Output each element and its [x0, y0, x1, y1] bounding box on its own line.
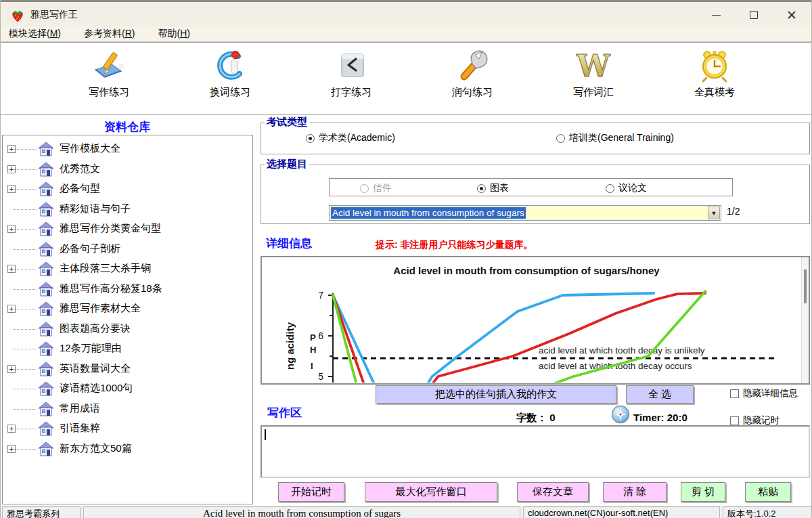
- bottom-button-5[interactable]: 粘贴: [745, 482, 791, 502]
- radio-icon: [306, 134, 315, 143]
- house-icon: [38, 301, 54, 317]
- house-icon: [38, 361, 54, 377]
- tree-connector: [13, 349, 37, 349]
- topic-category-2[interactable]: 议论文: [606, 182, 647, 194]
- word-count: 字数： 0: [516, 412, 556, 425]
- essay-textarea[interactable]: [261, 425, 810, 478]
- keyboard-key-icon: [334, 48, 369, 83]
- toolbar-item-writing-vocab[interactable]: W 写作词汇: [543, 47, 644, 114]
- topic-category-0[interactable]: 信件: [360, 182, 392, 194]
- topic-group-label: 选择题目: [265, 158, 309, 171]
- topic-category-1[interactable]: 图表: [477, 182, 509, 194]
- select-all-button[interactable]: 全 选: [626, 385, 694, 404]
- tree-item-label: 写作模板大全: [60, 142, 120, 155]
- toolbar-item-mock-exam[interactable]: 全真模考: [664, 47, 765, 114]
- tree-item[interactable]: 精彩短语与句子: [3, 199, 252, 219]
- tree-connector: [13, 389, 37, 389]
- radio-label: 信件: [373, 182, 392, 194]
- close-button[interactable]: ✕: [776, 5, 807, 25]
- menu-item-r[interactable]: 参考资料(R): [81, 26, 137, 41]
- bottom-button-0[interactable]: 开始记时: [278, 482, 344, 502]
- radio-icon: [477, 184, 486, 193]
- house-icon: [38, 201, 54, 217]
- toolbar-label: 打字练习: [300, 86, 402, 99]
- radio-label: 学术类(Academic): [319, 132, 395, 144]
- tree-item-label: 图表题高分要诀: [60, 322, 131, 335]
- tree-item[interactable]: 优秀范文: [3, 159, 252, 179]
- status-website: cloudcrown.net(CN)our-soft.net(EN): [523, 506, 720, 518]
- tree-item-label: 精彩短语与句子: [60, 202, 131, 215]
- house-icon: [38, 420, 54, 437]
- ytick-6: 6: [318, 330, 323, 341]
- tree-item[interactable]: 雅思写作素材大全: [3, 299, 252, 319]
- tree-item[interactable]: 引语集粹: [3, 418, 252, 439]
- tree-item[interactable]: 12条万能理由: [3, 339, 252, 359]
- toolbar-item-sentence-polish[interactable]: 润句练习: [422, 47, 523, 114]
- toolbar-item-word-swap[interactable]: 换词练习: [179, 47, 281, 114]
- status-version: 版本号:1.0.2: [723, 506, 811, 518]
- topic-dropdown[interactable]: Acid level in mouth from consumption of …: [329, 205, 721, 221]
- tree-item[interactable]: 谚语精选1000句: [3, 379, 252, 399]
- app-strawberry-icon: [10, 8, 25, 23]
- main-content: 考试类型 学术类(Academic)培训类(General Training) …: [261, 115, 812, 506]
- bottom-button-2[interactable]: 保存文章: [517, 482, 589, 502]
- minimize-button[interactable]: [700, 5, 731, 25]
- radio-icon: [556, 134, 565, 143]
- tree-item[interactable]: 写作模板大全: [3, 139, 252, 159]
- annotation-unlikely: acid level at which tooth decay is unlik…: [539, 345, 705, 355]
- hide-detail-checkbox[interactable]: 隐藏详细信息: [730, 387, 798, 400]
- timer-compass-icon: [611, 405, 630, 424]
- toolbar: 写作练习 换词练习 打字练习 润句练习: [1, 42, 812, 115]
- bottom-button-1[interactable]: 最大化写作窗口: [365, 482, 497, 502]
- tree-item[interactable]: 主体段落三大杀手锏: [3, 259, 252, 279]
- tree-item[interactable]: 雅思写作分类黄金句型: [3, 219, 252, 239]
- radio-icon: [606, 184, 614, 193]
- window-title: 雅思写作王: [30, 9, 78, 21]
- toolbar-label: 写作词汇: [543, 86, 644, 99]
- tree-item-label: 雅思写作高分秘笈18条: [60, 282, 162, 295]
- text-caret: [265, 429, 266, 440]
- resource-tree: 写作模板大全优秀范文必备句型精彩短语与句子雅思写作分类黄金句型必备句子剖析主体段…: [2, 135, 253, 504]
- topic-dropdown-value: Acid level in mouth from consumption of …: [331, 207, 526, 219]
- tree-item[interactable]: 新东方范文50篇: [3, 439, 252, 459]
- tree-item-label: 引语集粹: [60, 422, 100, 435]
- radio-icon: [360, 184, 369, 193]
- tree-item[interactable]: 必备句子剖析: [3, 239, 252, 259]
- tree-connector: [13, 309, 37, 309]
- bottom-button-3[interactable]: 清 除: [603, 482, 667, 502]
- tree-connector: [13, 249, 37, 250]
- tree-item-label: 雅思写作分类黄金句型: [60, 222, 161, 235]
- menu-item-m[interactable]: 模块选择(M): [6, 26, 64, 41]
- chart-title: Acid level in mouth from consumption of …: [393, 265, 660, 276]
- tree-item[interactable]: 常用成语: [3, 399, 252, 419]
- menu-item-h[interactable]: 帮助(H): [155, 26, 192, 41]
- tree-item[interactable]: 英语数量词大全: [3, 359, 252, 379]
- house-icon: [38, 441, 54, 457]
- tree-connector: [13, 429, 37, 429]
- tree-item[interactable]: 雅思写作高分秘笈18条: [3, 279, 252, 299]
- house-icon: [38, 321, 54, 337]
- dropdown-arrow-button[interactable]: ▼: [708, 207, 720, 219]
- house-icon: [38, 281, 54, 297]
- ylabel-h: H: [310, 345, 316, 355]
- tree-item-label: 12条万能理由: [60, 342, 122, 355]
- alarm-clock-icon: [697, 48, 732, 83]
- radio-label: 培训类(General Training): [569, 132, 674, 144]
- ytick-7: 7: [318, 290, 323, 301]
- detail-scrollbar[interactable]: [801, 257, 809, 383]
- insert-sentence-button[interactable]: 把选中的佳句插入我的作文: [376, 385, 616, 404]
- tree-item-label: 主体段落三大杀手锏: [60, 262, 151, 275]
- tree-connector: [13, 449, 37, 450]
- scrollbar-thumb[interactable]: [804, 269, 807, 303]
- toolbar-item-typing-practice[interactable]: 打字练习: [300, 47, 402, 114]
- tree-connector: [13, 409, 37, 410]
- timer-text: Timer: 20:0: [633, 412, 687, 423]
- bottom-button-4[interactable]: 剪 切: [681, 482, 725, 502]
- tree-item[interactable]: 图表题高分要诀: [3, 319, 252, 339]
- exam-type-option-0[interactable]: 学术类(Academic): [306, 132, 395, 144]
- tree-item[interactable]: 必备句型: [3, 179, 252, 199]
- toolbar-item-writing-practice[interactable]: 写作练习: [58, 47, 160, 114]
- status-bar: 雅思考霸系列 Acid level in mouth from consumpt…: [1, 506, 812, 518]
- exam-type-option-1[interactable]: 培训类(General Training): [556, 132, 674, 144]
- maximize-button[interactable]: [738, 5, 769, 25]
